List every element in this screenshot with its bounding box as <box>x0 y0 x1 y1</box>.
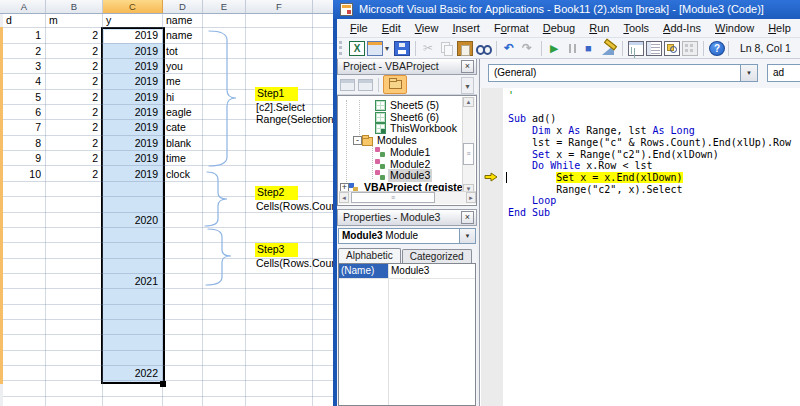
view-excel-icon[interactable] <box>349 41 365 56</box>
close-icon[interactable]: × <box>461 60 474 73</box>
code-line[interactable]: ' <box>508 90 514 102</box>
code-window: (General) ▼ ad 'Sub ad() Dim x As Range,… <box>479 58 800 406</box>
run-icon[interactable] <box>547 41 563 56</box>
caret-position-label: Ln 8, Col 1 <box>740 42 791 54</box>
find-icon[interactable] <box>475 41 491 56</box>
scroll-left-icon[interactable]: ◄ <box>339 192 349 203</box>
annotation-title[interactable]: Step3 <box>255 243 298 257</box>
code-line[interactable]: Range("c2", x).Select <box>508 184 683 196</box>
procedure-dropdown[interactable]: ad <box>767 64 800 82</box>
code-line[interactable]: End Sub <box>508 207 550 219</box>
chevron-down-icon[interactable]: ▼ <box>459 229 475 243</box>
menu-add-ins[interactable]: Add-Ins <box>656 19 708 37</box>
code-editor[interactable]: 'Sub ad() Dim x As Range, lst As Long ls… <box>480 88 800 406</box>
menu-debug[interactable]: Debug <box>536 19 582 37</box>
menu-help[interactable]: Help <box>761 19 798 37</box>
code-line[interactable]: Set x = Range("c2").End(xlDown) <box>508 149 719 161</box>
menu-file[interactable]: File <box>343 19 375 37</box>
object-selector-dropdown[interactable]: Module3 Module ▼ <box>338 228 476 244</box>
reset-icon[interactable] <box>583 41 599 56</box>
menu-window[interactable]: Window <box>708 19 761 37</box>
folder-open-icon <box>362 137 373 146</box>
tree-expander[interactable]: - <box>353 136 362 145</box>
break-icon <box>565 41 581 56</box>
code-line[interactable]: lst = Range("c" & Rows.Count).End(xlUp).… <box>508 137 791 149</box>
property-row[interactable]: (Name)Module3 <box>339 264 475 279</box>
text-cursor <box>506 172 507 183</box>
window-border <box>333 19 337 406</box>
insert-userform-icon[interactable] <box>367 41 383 56</box>
code-line[interactable]: Set x = x.End(xlDown) <box>508 172 683 184</box>
menu-run[interactable]: Run <box>582 19 616 37</box>
fill-handle[interactable] <box>160 381 166 387</box>
menu-view[interactable]: View <box>408 19 446 37</box>
close-icon[interactable]: × <box>461 211 474 224</box>
menu-edit[interactable]: Edit <box>375 19 408 37</box>
cut-icon <box>421 41 437 56</box>
view-object-icon[interactable] <box>358 79 373 91</box>
paste-icon[interactable] <box>457 41 473 56</box>
toolbar-separator <box>541 41 542 56</box>
properties-window-icon[interactable] <box>646 41 662 56</box>
project-tree: Sheet5 (5)Sheet6 (6)ThisWorkbook-Modules… <box>337 95 477 206</box>
redo-icon <box>520 41 536 56</box>
code-lines: 'Sub ad() Dim x As Range, lst As Long ls… <box>480 88 800 406</box>
toolbar-icons: ▾ <box>349 41 725 56</box>
grid-divider <box>388 264 389 405</box>
object-dropdown-value: (General) <box>494 67 536 78</box>
toolbar-overflow-icon[interactable]: ▾ <box>461 77 474 94</box>
procedure-dropdown-value: ad <box>773 67 784 78</box>
project-explorer-icon[interactable] <box>628 41 644 56</box>
vertical-scrollbar[interactable]: ▲ ≡ ▼ <box>462 97 475 194</box>
toolbar-separator <box>378 78 379 92</box>
object-dropdown[interactable]: (General) ▼ <box>488 64 758 82</box>
menu-insert[interactable]: Insert <box>445 19 487 37</box>
annotation-line[interactable]: [c2].Select <box>256 101 305 113</box>
code-line[interactable]: Do While x.Row < lst <box>508 160 653 172</box>
toolbar-separator <box>728 41 729 56</box>
code-line[interactable]: Sub ad() <box>508 113 556 125</box>
horizontal-scrollbar[interactable]: ◄ ≡ ► <box>339 191 476 204</box>
annotation-line[interactable]: Cells(Rows.Coun <box>256 257 333 269</box>
toolbox-icon <box>682 41 698 56</box>
object-browser-icon[interactable] <box>664 41 680 56</box>
tab-categorized[interactable]: Categorized <box>402 249 472 263</box>
toolbar: ▾ Ln 8, Col 1 <box>337 38 800 59</box>
scroll-up-icon[interactable]: ▲ <box>463 97 474 107</box>
scrollbar-thumb[interactable]: ≡ <box>351 192 435 203</box>
step-annotations: Step1[c2].SelectRange(SelectionStep2Cell… <box>0 0 333 406</box>
undo-icon[interactable] <box>502 41 518 56</box>
annotation-line[interactable]: Cells(Rows.Coun <box>256 200 333 212</box>
annotation-title[interactable]: Step2 <box>255 186 298 200</box>
chevron-down-icon[interactable]: ▼ <box>740 65 757 81</box>
sheet-icon <box>375 112 386 123</box>
help-icon[interactable] <box>709 41 725 56</box>
toolbar-separator <box>415 41 416 56</box>
property-value[interactable]: Module3 <box>391 264 429 278</box>
view-code-icon[interactable] <box>340 79 355 91</box>
toggle-folders-button[interactable] <box>383 75 407 94</box>
vba-app-icon <box>340 3 353 16</box>
workbook-icon <box>375 123 386 134</box>
project-panel-title: Project - VBAProject × <box>337 58 477 75</box>
menu-format[interactable]: Format <box>487 19 536 37</box>
properties-tabs: AlphabeticCategorized <box>338 246 476 263</box>
tab-alphabetic[interactable]: Alphabetic <box>338 248 401 263</box>
module-icon <box>375 159 386 170</box>
annotation-line[interactable]: Range(Selection <box>256 113 333 125</box>
project-panel-toolbar: ▾ <box>337 75 477 95</box>
code-line[interactable]: Dim x As Range, lst As Long <box>508 125 695 137</box>
toolbar-grip[interactable] <box>339 41 346 55</box>
scroll-right-icon[interactable]: ► <box>466 192 476 203</box>
property-name[interactable]: (Name) <box>339 264 388 278</box>
selected-object-type: Module <box>383 230 419 241</box>
save-icon[interactable] <box>394 41 410 56</box>
chevron-down-icon[interactable]: ▾ <box>385 41 392 56</box>
menu-tools[interactable]: Tools <box>616 19 656 37</box>
screenshot-root: ABCDEFG dmyname122019name222019tot322019… <box>0 0 800 406</box>
annotation-title[interactable]: Step1 <box>255 87 298 101</box>
title-bar[interactable]: Microsoft Visual Basic for Applications … <box>333 0 800 19</box>
code-line[interactable]: Loop <box>508 195 556 207</box>
design-mode-icon[interactable] <box>601 41 617 56</box>
scrollbar-thumb[interactable]: ≡ <box>463 143 474 165</box>
